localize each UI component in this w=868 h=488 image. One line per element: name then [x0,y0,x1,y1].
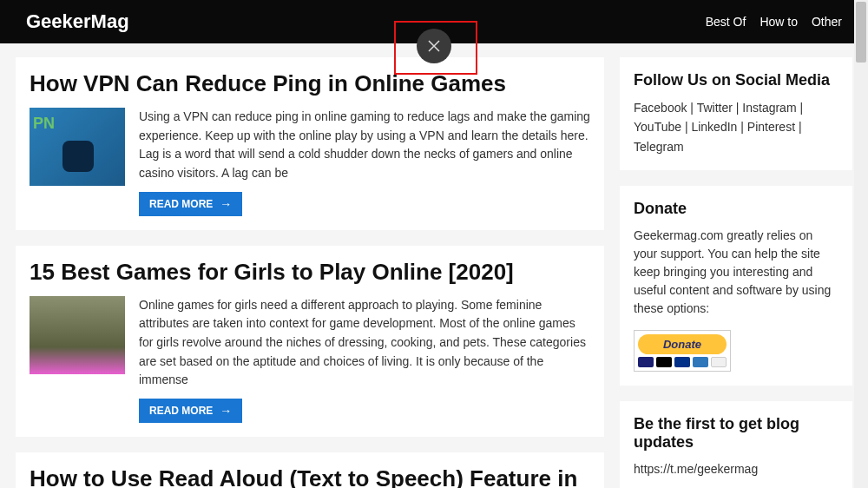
article-title[interactable]: How VPN Can Reduce Ping in Online Games [30,71,590,97]
arrow-right-icon: → [220,197,232,211]
widget-title: Follow Us on Social Media [634,71,838,89]
visa-icon [638,357,654,367]
article-thumbnail[interactable] [30,108,125,186]
article-content: Online games for girls need a different … [139,296,590,423]
donate-widget: Donate Geekermag.com greatly relies on y… [620,186,852,386]
read-more-label: READ MORE [149,405,213,417]
article-excerpt: Online games for girls need a different … [139,296,590,390]
sidebar: Follow Us on Social Media Facebook | Twi… [620,57,852,488]
read-more-label: READ MORE [149,198,213,210]
donate-pill: Donate [638,334,727,354]
social-links: Facebook | Twitter | Instagram | YouTube… [634,98,838,156]
social-link-instagram[interactable]: Instagram [742,101,796,115]
updates-widget: Be the first to get blog updates https:/… [620,401,852,488]
mastercard-icon [656,357,672,367]
nav-other[interactable]: Other [812,15,842,29]
article-body: Online games for girls need a different … [30,296,590,423]
content-container: How VPN Can Reduce Ping in Online Games … [0,43,868,488]
article-thumbnail[interactable] [30,296,125,374]
main-nav: Best Of How to Other [706,15,842,29]
close-icon [427,39,441,53]
main-column: How VPN Can Reduce Ping in Online Games … [16,57,604,488]
social-link-linkedin[interactable]: LinkedIn [691,120,737,134]
donate-text: Geekermag.com greatly relies on your sup… [634,227,838,318]
social-link-facebook[interactable]: Facebook [634,101,687,115]
social-widget: Follow Us on Social Media Facebook | Twi… [620,57,852,170]
read-more-button[interactable]: READ MORE → [139,192,242,216]
article-content: Using a VPN can reduce ping in online ga… [139,108,590,216]
widget-title: Be the first to get blog updates [634,415,838,452]
donate-button[interactable]: Donate [634,330,731,372]
site-logo[interactable]: GeekerMag [26,10,129,33]
article-excerpt: Using a VPN can reduce ping in online ga… [139,108,590,183]
amex-icon [693,357,708,367]
scrollbar[interactable] [854,0,868,488]
article-card: 15 Best Games for Girls to Play Online [… [16,246,604,437]
article-title[interactable]: How to Use Read Aloud (Text to Speech) F… [30,466,590,488]
widget-title: Donate [634,200,838,218]
read-more-button[interactable]: READ MORE → [139,399,242,423]
close-button[interactable] [417,29,451,63]
telegram-link[interactable]: https://t.me/geekermag [634,460,838,478]
arrow-right-icon: → [220,404,232,418]
discover-icon [711,357,727,367]
article-body: Using a VPN can reduce ping in online ga… [30,108,590,216]
paypal-icon [674,357,690,367]
article-title[interactable]: 15 Best Games for Girls to Play Online [… [30,260,590,286]
social-link-youtube[interactable]: YouTube [634,120,681,134]
article-card: How VPN Can Reduce Ping in Online Games … [16,57,604,230]
scrollbar-thumb[interactable] [856,2,866,63]
nav-how-to[interactable]: How to [760,15,798,29]
payment-cards [638,357,727,367]
nav-best-of[interactable]: Best Of [706,15,746,29]
social-link-telegram[interactable]: Telegram [634,140,684,154]
social-link-pinterest[interactable]: Pinterest [747,120,795,134]
social-link-twitter[interactable]: Twitter [697,101,733,115]
article-card: How to Use Read Aloud (Text to Speech) F… [16,452,604,488]
